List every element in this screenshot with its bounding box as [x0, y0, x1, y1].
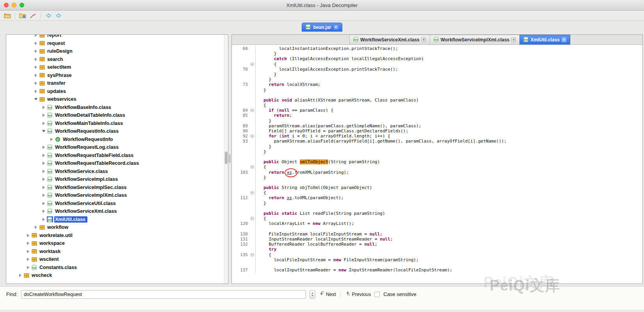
editor-tab-WorkflowServiceXml-class[interactable]: 010WorkflowServiceXml.class✕: [349, 35, 430, 45]
tree-item-sysPhrase[interactable]: sysPhrase: [6, 71, 228, 80]
back-icon[interactable]: [44, 12, 52, 19]
chevron-right-icon[interactable]: [34, 66, 38, 69]
chevron-right-icon[interactable]: [41, 178, 46, 181]
tree-scrollbar[interactable]: [224, 35, 228, 283]
chevron-right-icon[interactable]: [41, 162, 46, 165]
chevron-right-icon[interactable]: [41, 106, 46, 109]
identifier-link[interactable]: xs: [287, 170, 292, 175]
chevron-right-icon[interactable]: [41, 186, 46, 189]
code-line: [232, 93, 642, 98]
tree-scrollbar-thumb[interactable]: [225, 152, 228, 164]
chevron-right-icon[interactable]: [34, 58, 38, 61]
chevron-right-icon[interactable]: [41, 210, 46, 213]
tree-item-label: WorkflowRequestTableField.class: [54, 152, 135, 159]
jar-tab[interactable]: 010 bean.jar ×: [302, 23, 342, 32]
tree-item-search[interactable]: search: [6, 55, 228, 64]
splitter-handle-icon[interactable]: [229, 154, 231, 163]
fold-collapse-icon[interactable]: −: [249, 252, 256, 257]
chevron-right-icon[interactable]: [41, 114, 46, 117]
tree-item-worktask[interactable]: worktask: [6, 248, 228, 256]
chevron-right-icon[interactable]: [26, 250, 30, 253]
chevron-right-icon[interactable]: [34, 90, 38, 93]
fold-collapse-icon[interactable]: −: [249, 108, 256, 113]
package-tree-panel[interactable]: reportrequestruleDesignsearchselectItems…: [6, 34, 228, 284]
jar-tab-close-icon[interactable]: ×: [334, 25, 338, 30]
identifier-link[interactable]: xs: [287, 195, 292, 200]
tree-item-WorkflowMainTableInfo-class[interactable]: 010WorkflowMainTableInfo.class: [6, 119, 228, 128]
forward-icon[interactable]: [55, 12, 63, 19]
chevron-right-icon[interactable]: [34, 82, 38, 85]
tree-item-workspace[interactable]: workspace: [6, 239, 228, 248]
chevron-right-icon[interactable]: [26, 242, 30, 245]
tree-item-WorkflowRequestTableField-class[interactable]: 010WorkflowRequestTableField.class: [6, 152, 228, 160]
tree-item-WorkflowServiceUtil-class[interactable]: 010WorkflowServiceUtil.class: [6, 200, 228, 208]
close-tab-icon[interactable]: ✕: [562, 37, 566, 42]
tree-item-WorkflowDetailTableInfo-class[interactable]: 010WorkflowDetailTableInfo.class: [6, 111, 228, 119]
chevron-right-icon[interactable]: [41, 154, 46, 157]
open-type-icon[interactable]: [19, 12, 27, 19]
editor-tab-WorkflowServiceImplXml-class[interactable]: 010WorkflowServiceImplXml.class✕: [430, 35, 520, 45]
search-icon[interactable]: [29, 12, 37, 19]
tree-item-WorkflowRequestInfo-class[interactable]: 010WorkflowRequestInfo.class: [6, 127, 228, 135]
close-tab-icon[interactable]: ✕: [511, 37, 516, 42]
tree-item-request[interactable]: request: [6, 39, 228, 48]
tree-item-WorkflowRequestTableRecord-class[interactable]: 010WorkflowRequestTableRecord.class: [6, 159, 228, 168]
fold-collapse-icon[interactable]: −: [249, 190, 256, 195]
tree-item-wsclient[interactable]: wsclient: [6, 255, 228, 264]
close-tab-icon[interactable]: ✕: [422, 37, 426, 42]
tree-item-WorkflowServiceImplSec-class[interactable]: 010WorkflowServiceImplSec.class: [6, 184, 228, 192]
tree-item-ruleDesign[interactable]: ruleDesign: [6, 47, 228, 55]
chevron-right-icon[interactable]: [34, 42, 38, 45]
chevron-right-icon[interactable]: [41, 218, 46, 221]
tree-item-report[interactable]: report: [6, 34, 228, 39]
panel-splitter[interactable]: [228, 34, 231, 284]
chevron-right-icon[interactable]: [41, 146, 46, 149]
close-window-button[interactable]: [4, 3, 9, 7]
fold-collapse-icon[interactable]: −: [249, 62, 256, 67]
tree-item-XmlUtil-class[interactable]: 010XmlUtil.class: [6, 216, 228, 224]
tree-item-selectItem[interactable]: selectItem: [6, 63, 228, 71]
tree-item-WorkflowServiceImpl-class[interactable]: 010WorkflowServiceImpl.class: [6, 175, 228, 184]
fold-collapse-icon[interactable]: −: [249, 216, 256, 221]
chevron-right-icon[interactable]: [41, 170, 46, 173]
tree-item-WorkflowServiceXml-class[interactable]: 010WorkflowServiceXml.class: [6, 207, 228, 216]
open-file-icon[interactable]: [4, 12, 11, 19]
tree-item-updates[interactable]: updates: [6, 87, 228, 96]
find-next-button[interactable]: Next: [319, 290, 336, 299]
find-previous-button[interactable]: Previous: [345, 290, 371, 299]
chevron-right-icon[interactable]: [18, 274, 23, 277]
chevron-right-icon[interactable]: [34, 74, 38, 77]
tree-item-webservices[interactable]: webservices: [6, 95, 228, 103]
code-view[interactable]: 68 localInstantiationException.printStac…: [232, 45, 642, 283]
tree-item-wscheck[interactable]: wscheck: [6, 271, 228, 280]
chevron-right-icon[interactable]: [26, 266, 30, 269]
chevron-right-icon[interactable]: [34, 34, 38, 37]
tree-item-WorkflowRequestInfo[interactable]: CWorkflowRequestInfo: [6, 135, 228, 144]
editor-tab-XmlUtil-class[interactable]: 010XmlUtil.class✕: [519, 35, 570, 45]
tree-item-workrelate-util[interactable]: workrelate.util: [6, 232, 228, 240]
chevron-right-icon[interactable]: [41, 194, 46, 197]
fold-collapse-icon[interactable]: −: [249, 164, 256, 169]
case-sensitive-checkbox[interactable]: [374, 292, 380, 297]
minimize-window-button[interactable]: [12, 3, 16, 7]
chevron-right-icon[interactable]: [34, 50, 38, 53]
tree-item-transfer[interactable]: transfer: [6, 79, 228, 87]
chevron-down-icon[interactable]: [34, 98, 38, 100]
zoom-window-button[interactable]: [20, 3, 24, 7]
chevron-right-icon[interactable]: [41, 122, 46, 125]
chevron-right-icon[interactable]: [34, 226, 38, 229]
tree-item-Constants-class[interactable]: 010Constants.class: [6, 264, 228, 272]
tree-item-WorkflowBaseInfo-class[interactable]: 010WorkflowBaseInfo.class: [6, 103, 228, 112]
chevron-right-icon[interactable]: [26, 234, 30, 237]
fold-collapse-icon[interactable]: −: [249, 134, 256, 139]
chevron-right-icon[interactable]: [26, 258, 30, 261]
tree-item-WorkflowService-class[interactable]: 010WorkflowService.class: [6, 168, 228, 176]
chevron-right-icon[interactable]: [49, 138, 54, 141]
tree-item-WorkflowServiceImplXml-class[interactable]: 010WorkflowServiceImplXml.class: [6, 191, 228, 200]
tree-item-workflow[interactable]: workflow: [6, 223, 228, 232]
find-history-stepper[interactable]: ▲▼: [310, 290, 315, 299]
chevron-right-icon[interactable]: [41, 202, 46, 205]
tree-item-WorkflowRequestLog-class[interactable]: 010WorkflowRequestLog.class: [6, 143, 228, 152]
chevron-down-icon[interactable]: [41, 130, 46, 132]
find-input[interactable]: [21, 290, 306, 299]
